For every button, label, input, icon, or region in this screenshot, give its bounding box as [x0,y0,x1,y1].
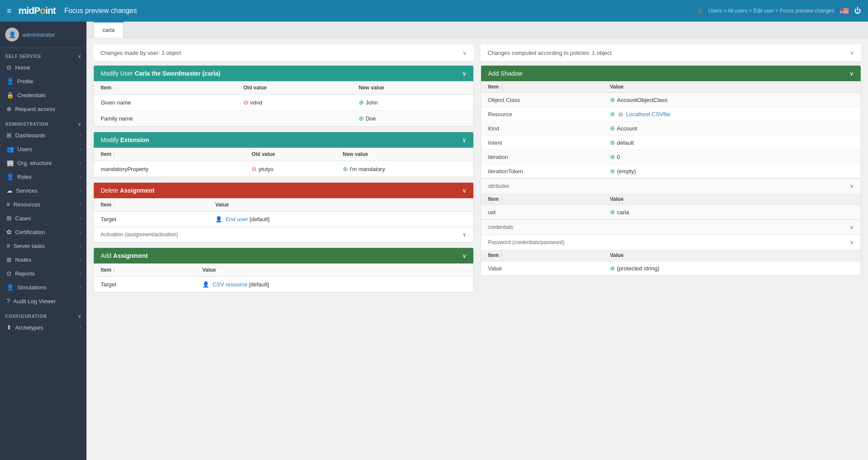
simulations-chevron[interactable]: › [80,285,81,290]
shadow-table-header: Item ↕ Value [481,81,861,93]
modify-user-header[interactable]: Modify User Carla the Swordmaster (carla… [94,66,473,81]
archetypes-chevron[interactable]: › [80,325,81,330]
table-row: iteration ⊕0 [481,150,861,164]
cases-icon: ⊞ [6,215,12,222]
modify-extension-header[interactable]: Modify Extension ∨ [94,132,473,148]
delete-assignment-title: Delete Assignment [101,187,154,194]
item-name: Kind [488,125,610,132]
cases-chevron[interactable]: › [80,216,81,221]
table-row: Given name ⊖vdvd ⊕John [94,95,473,111]
col-old-header: Old value [236,81,352,95]
services-chevron[interactable]: › [80,188,81,193]
delete-assignment-section: Delete Assignment ∨ Item ↕ Value T [93,182,474,242]
breadcrumb-users[interactable]: Users [708,8,722,14]
org-chevron[interactable]: › [80,161,81,165]
dashboards-chevron[interactable]: › [80,133,81,138]
right-panel-header-text: Changes computed according to policies: … [488,50,612,56]
sidebar-item-services[interactable]: ☁ Services › [0,184,86,197]
roles-chevron[interactable]: › [80,174,81,179]
breadcrumb-allusers[interactable]: All users [728,8,747,14]
resources-chevron[interactable]: › [80,202,81,207]
roles-icon: 👤 [6,173,14,180]
password-chevron[interactable]: ∨ [850,239,854,245]
sidebar-item-simulations[interactable]: 👤 Simulations › [0,280,86,294]
admin-chevron[interactable]: ∨ [78,122,81,127]
left-panel-collapse[interactable]: ∨ [463,50,467,56]
sidebar-item-home[interactable]: ⊙ Home [0,60,86,74]
sidebar-item-reports[interactable]: ⊙ Reports › [0,266,86,280]
breadcrumb-current: Focus preview changes [780,8,834,14]
sidebar-item-org-structure[interactable]: 🏢 Org. structure › [0,156,86,170]
page-title: Focus preview changes [64,7,698,15]
sidebar-item-resources[interactable]: ≡ Resources › [0,197,86,211]
col-item-header: Item ↕ [94,81,236,95]
new-value: ⊕John [352,95,473,111]
server-tasks-chevron[interactable]: › [80,244,81,248]
table-row: Kind ⊕Account [481,121,861,136]
topnav-right: ⚠ Users > All users > Edit user > Focus … [698,6,861,16]
breadcrumb-edituser[interactable]: Edit user [753,8,774,14]
sidebar-item-roles[interactable]: 👤 Roles › [0,170,86,184]
app-logo: midPoint [19,5,56,16]
delete-assignment-table: Item ↕ Value Target 👤 End user [default] [94,198,473,227]
power-button[interactable]: ⏻ [854,7,861,15]
config-chevron[interactable]: ∨ [78,314,81,319]
credentials-chevron[interactable]: ∨ [850,224,854,230]
add-assignment-chevron[interactable]: ∨ [462,252,466,259]
item-value: ⊕0 [610,153,854,160]
sidebar-item-dashboards[interactable]: ⊞ Dashboards › [0,128,86,142]
modify-user-chevron[interactable]: ∨ [462,70,466,77]
sidebar-username[interactable]: administrator [22,32,55,38]
delete-assignment-header[interactable]: Delete Assignment ∨ [94,183,473,198]
language-flag[interactable]: 🇺🇸 [839,6,849,16]
sidebar-item-credentials[interactable]: 🔒 Credentials [0,88,86,102]
tab-carla[interactable]: carla [93,22,124,38]
activation-subsection[interactable]: Activation (assignment/activation) ∨ [94,227,473,242]
right-panel-collapse[interactable]: ∨ [850,50,854,56]
credentials-section[interactable]: credentials ∨ [481,219,861,235]
add-shadow-chevron[interactable]: ∨ [849,70,854,77]
item-value: ⊕Account [610,125,854,132]
attributes-chevron[interactable]: ∨ [850,183,854,189]
sidebar-item-server-tasks[interactable]: ≡ Server tasks › [0,239,86,253]
users-icon: 👥 [6,146,14,152]
add-assignment-header[interactable]: Add Assignment ∨ [94,248,473,263]
password-label: Password (credentials/password) [488,239,565,245]
archetypes-icon: ⬆ [6,324,12,331]
sidebar-item-request-access[interactable]: ⊕ Request access [0,102,86,116]
end-user-link[interactable]: End user [226,216,248,222]
sidebar-item-profile[interactable]: 👤 Profile [0,74,86,88]
sidebar-item-archetypes[interactable]: ⬆ Archetypes › [0,320,86,334]
activation-chevron[interactable]: ∨ [463,232,466,238]
add-shadow-header[interactable]: Add Shadow ∨ [481,66,861,81]
sidebar-item-audit-log[interactable]: ? Audit Log Viewer [0,294,86,308]
nodes-chevron[interactable]: › [80,257,81,262]
old-value [236,111,352,127]
old-value: ⊖ytutyu [245,161,336,177]
config-label: CONFIGURATION ∨ [0,308,86,320]
attributes-section[interactable]: attributes ∨ [481,178,861,194]
delete-assignment-chevron[interactable]: ∨ [462,187,466,194]
password-section[interactable]: Password (credentials/password) ∨ [481,235,861,250]
right-panel-header: Changes computed according to policies: … [481,44,861,62]
certification-chevron[interactable]: › [80,230,81,235]
csv-resource-link[interactable]: CSV resource [213,281,248,288]
item-name: Object Class [488,97,610,103]
hamburger-menu[interactable]: ≡ [7,6,12,16]
sidebar-item-certification[interactable]: ✿ Certification › [0,225,86,239]
reports-chevron[interactable]: › [80,271,81,276]
tabs-bar: carla [86,22,868,38]
sidebar-item-nodes[interactable]: ⊞ Nodes › [0,253,86,266]
sidebar-item-cases[interactable]: ⊞ Cases › [0,211,86,225]
sidebar-item-users[interactable]: 👥 Users › [0,142,86,156]
localhost-link[interactable]: Localhost CSVfile [626,111,670,117]
add-shadow-title: Add Shadow [488,70,522,77]
self-service-chevron[interactable]: ∨ [78,54,81,59]
services-icon: ☁ [6,187,13,194]
modify-extension-chevron[interactable]: ∨ [462,136,466,143]
users-chevron[interactable]: › [80,147,81,152]
table-row: Target 👤 CSV resource [default] [94,277,473,292]
right-column: Changes computed according to policies: … [481,44,861,298]
top-navigation: ≡ midPoint Focus preview changes ⚠ Users… [0,0,868,22]
self-service-label: SELF SERVICE ∨ [0,48,86,60]
